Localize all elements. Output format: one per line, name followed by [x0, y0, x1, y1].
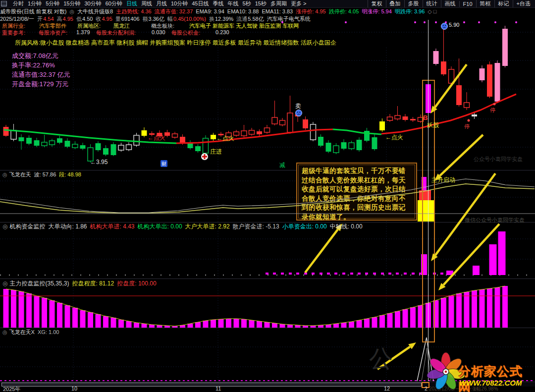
text-segment: 12.39% — [215, 16, 233, 22]
period-tab-15分钟[interactable]: 15分钟 — [63, 0, 80, 7]
control-bar — [379, 315, 385, 328]
text-segment: 明涨停: 5.94 — [362, 8, 392, 15]
menu-bar: 分时1分钟5分钟15分钟30分钟60分钟日线周线月线10分钟45日线季线年线5秒… — [0, 0, 535, 8]
candle — [364, 131, 370, 141]
period-tab-季线[interactable]: 季线 — [213, 0, 224, 7]
text-segment: 机构大单出: 0.00 — [138, 223, 182, 231]
limit-dot — [468, 119, 470, 122]
annotation-arrow — [435, 64, 467, 108]
window-tools-icon[interactable]: ◇ □ — [428, 8, 436, 15]
candle — [42, 142, 47, 146]
tool-button-多股[interactable]: 多股 — [404, 0, 423, 7]
panel-collapse-icon[interactable]: ◎ — [2, 223, 7, 230]
tool-button-叠加[interactable]: 叠加 — [386, 0, 404, 7]
control-bar — [257, 321, 262, 328]
period-tab-多周期[interactable]: 多周期 — [270, 0, 287, 7]
chart-label: 公 — [369, 347, 393, 371]
text-segment: 4.95 — [102, 16, 112, 22]
dropdown-circle-icon[interactable]: ◎ — [69, 8, 74, 15]
fund-tick — [440, 273, 443, 275]
control-bar — [372, 317, 377, 328]
text-segment: 明跌停: 3.96 — [395, 8, 425, 15]
stat-line: 成交额:7.08亿元 — [12, 51, 70, 60]
control-bar — [341, 323, 347, 328]
date-tick: 12 — [384, 386, 390, 392]
control-bar — [111, 318, 116, 328]
text-segment: 4.54 — [43, 16, 54, 22]
candle — [142, 130, 147, 136]
control-bar — [134, 323, 139, 328]
period-tab-更多[interactable]: 更多 > — [291, 0, 306, 7]
period-tab-30分钟[interactable]: 30分钟 — [85, 0, 102, 7]
text-segment: 流通市值: 32.37 — [155, 8, 193, 15]
control-bar — [472, 290, 477, 328]
period-tab-1分钟[interactable]: 1分钟 — [28, 0, 42, 7]
flower-petal — [441, 352, 451, 371]
text-segment[interactable]: 汽车电子 新能源车 无人驾驶 胎压监测 车联网 — [189, 22, 299, 30]
ma-line — [4, 130, 176, 143]
control-bar — [103, 316, 108, 328]
tool-button-简框[interactable]: 简框 — [476, 0, 494, 7]
control-bar — [88, 312, 93, 328]
control-bar — [410, 307, 416, 328]
control-bar — [118, 320, 124, 328]
period-tab-日线[interactable]: 日线 — [126, 0, 137, 7]
text-segment: 小单资金出: 0.00 — [282, 223, 327, 231]
period-tab-10分钟[interactable]: 10分钟 — [171, 0, 188, 7]
control-bar — [57, 303, 62, 328]
period-tab-月线[interactable]: 月线 — [156, 0, 167, 7]
stat-line: 开盘金额:1729 万元 — [12, 79, 70, 89]
signal-spike — [422, 348, 431, 381]
period-tab-分时[interactable]: 分时 — [13, 0, 24, 7]
candle — [372, 137, 377, 149]
window-icon[interactable] — [1, 1, 7, 6]
control-bar — [456, 293, 462, 328]
text-segment: 每股未分配利润: — [96, 29, 136, 37]
period-tab-周线[interactable]: 周线 — [141, 0, 152, 7]
candle — [103, 148, 108, 155]
period-tab-60分钟[interactable]: 60分钟 — [106, 0, 122, 7]
tool-button-复权[interactable]: 复权 — [368, 0, 386, 7]
tool-button-画线[interactable]: 画线 — [441, 0, 459, 7]
tool-button-F10[interactable]: F10 — [459, 1, 476, 7]
flower-petal — [443, 356, 464, 375]
text-segment: 段: 48.98 — [59, 171, 81, 178]
control-bar — [188, 324, 193, 328]
period-tab-年线[interactable]: 年线 — [228, 0, 239, 7]
candle — [88, 148, 93, 161]
candle — [126, 145, 132, 150]
period-tab-15秒[interactable]: 15秒 — [255, 0, 267, 7]
chart-label: 停 — [464, 124, 470, 129]
panel-collapse-icon[interactable]: ◎ — [2, 280, 7, 287]
candle — [426, 84, 431, 113]
stat-line: 换手率:22.76% — [12, 60, 70, 70]
text-segment: XG: 1.00 — [38, 329, 59, 335]
panel-collapse-icon[interactable]: ◎ — [2, 171, 7, 178]
tool-button-自选[interactable]: +自选 — [513, 0, 534, 7]
candle — [326, 143, 331, 152]
candle — [379, 121, 385, 130]
tool-button-标记[interactable]: 标记 — [494, 0, 513, 7]
panel-collapse-icon[interactable]: ◎ — [2, 329, 7, 336]
fund-tick — [433, 273, 436, 275]
ma-line — [381, 94, 516, 134]
control-bar — [65, 305, 70, 328]
fund-tick — [304, 273, 307, 275]
control-bar — [34, 296, 40, 328]
annotation-arrowhead — [408, 342, 416, 349]
text-segment: 量 — [115, 15, 121, 23]
tool-button-统计[interactable]: 统计 — [423, 0, 441, 7]
text-segment: 5.58亿 — [248, 15, 264, 23]
p2-stacked-bar — [422, 177, 427, 190]
candle — [418, 117, 424, 121]
text-segment: 换 — [209, 15, 214, 23]
text-segment[interactable]: 汽车零部件 — [39, 22, 66, 30]
candle — [218, 134, 224, 135]
period-tab-45日线[interactable]: 45日线 — [192, 0, 209, 7]
text-segment: 4.50 — [82, 16, 93, 22]
period-tab-5分钟[interactable]: 5分钟 — [46, 0, 59, 7]
period-tab-5秒[interactable]: 5秒 — [243, 0, 251, 7]
candle — [472, 114, 477, 116]
text-segment: 跌停价: 4.05 — [329, 8, 359, 15]
text-segment[interactable]: 黑龙江 — [113, 22, 130, 30]
